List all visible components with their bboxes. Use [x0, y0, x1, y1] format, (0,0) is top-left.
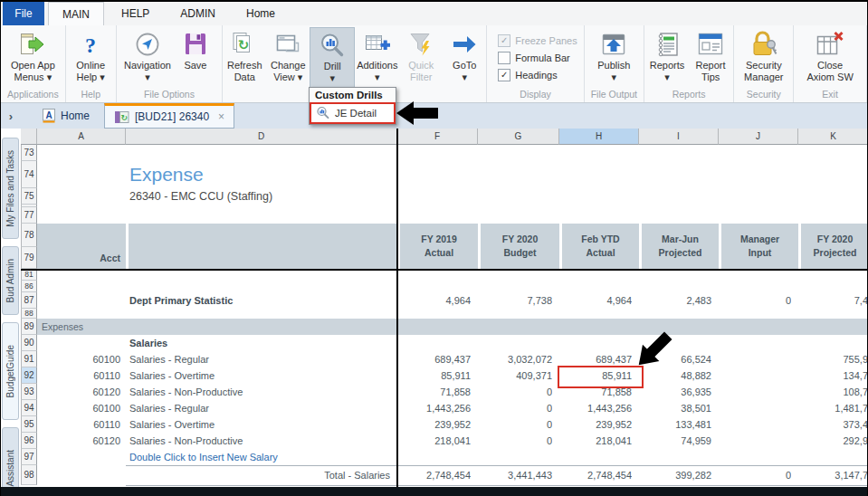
- online-help-button[interactable]: ?OnlineHelp ▾: [69, 27, 112, 89]
- cell-G96[interactable]: 0: [478, 433, 552, 449]
- cell-K94[interactable]: 1,481,7: [798, 400, 868, 416]
- publish-button[interactable]: Publish▾: [592, 27, 635, 89]
- row-number-88[interactable]: 88: [21, 309, 37, 319]
- drill-button[interactable]: Drill▾: [310, 27, 355, 89]
- column-header-G[interactable]: FY 2020Budget: [481, 224, 559, 269]
- cell-G92[interactable]: 409,371: [478, 367, 552, 384]
- column-header-H[interactable]: Feb YTDActual: [562, 224, 639, 269]
- cell-H96[interactable]: 218,041: [559, 433, 632, 449]
- row-number-73[interactable]: 73: [21, 145, 37, 161]
- close-axiom-button[interactable]: CloseAxiom SW: [804, 27, 855, 89]
- cell-F95[interactable]: 239,952: [397, 416, 471, 433]
- cell-D87[interactable]: Dept Primary Statistic: [129, 292, 394, 309]
- column-letter-F[interactable]: F: [397, 129, 478, 145]
- row-number-78[interactable]: 78: [21, 224, 37, 247]
- security-manager-button[interactable]: SecurityManager: [741, 27, 786, 89]
- doc-tab-home[interactable]: AHome: [33, 103, 99, 129]
- insert-new-salary-link[interactable]: Double Click to Insert New Salary: [129, 449, 401, 465]
- cell-K98[interactable]: 3,147,7: [798, 465, 868, 485]
- menu-tab-admin[interactable]: ADMIN: [167, 2, 229, 25]
- open-app-menus-button[interactable]: Open AppMenus ▾: [8, 27, 58, 89]
- cell-I96[interactable]: 74,959: [639, 433, 711, 449]
- menu-tab-main[interactable]: MAIN: [48, 2, 104, 25]
- navigation-button[interactable]: Navigation▾: [121, 27, 174, 89]
- row-number-74[interactable]: 74: [21, 161, 37, 188]
- je-detail-menu-item[interactable]: JE Detail: [310, 102, 396, 124]
- cell-D98[interactable]: Total - Salaries: [126, 465, 390, 485]
- sidebar-expand-chevron[interactable]: ›: [1, 103, 21, 129]
- row-number-87[interactable]: 87: [21, 292, 37, 309]
- cell-D96[interactable]: Salaries - Non-Productive: [129, 433, 394, 449]
- row-number-98[interactable]: 98: [21, 465, 37, 485]
- row-number-86[interactable]: 86: [21, 281, 37, 292]
- cell-K87[interactable]: 7,4: [798, 292, 868, 309]
- headings-checkbox[interactable]: ✓Headings: [498, 69, 584, 81]
- cell-K92[interactable]: 134,7: [798, 367, 868, 384]
- corner-cell[interactable]: [21, 129, 37, 145]
- file-menu-button[interactable]: File: [3, 2, 44, 25]
- cell-D93[interactable]: Salaries - Non-Productive: [129, 384, 394, 400]
- expenses-band[interactable]: Expenses: [37, 319, 868, 335]
- column-letter-K[interactable]: K: [798, 129, 868, 145]
- cell-G95[interactable]: 0: [478, 416, 552, 433]
- row-number-75[interactable]: 75: [21, 188, 37, 205]
- cell-G87[interactable]: 7,738: [478, 292, 552, 309]
- menu-tab-home[interactable]: Home: [233, 2, 289, 25]
- cell-D74[interactable]: Expense: [129, 161, 491, 188]
- row-number-89[interactable]: 89: [21, 319, 37, 335]
- cell-K95[interactable]: 373,4: [798, 416, 868, 433]
- quick-filter-button[interactable]: QuickFilter: [399, 27, 443, 89]
- cell-D75[interactable]: 26340 - EMC CCU (Staffing): [129, 188, 491, 205]
- doc-tab--bud21-26340[interactable]: ↻[BUD21] 26340×: [104, 103, 234, 129]
- cell-H94[interactable]: 1,443,256: [559, 400, 632, 416]
- save-button[interactable]: Save: [174, 27, 217, 89]
- cell-A95[interactable]: 60110: [37, 416, 120, 433]
- column-header-J[interactable]: ManagerInput: [721, 224, 798, 269]
- row-number-97[interactable]: 97: [21, 449, 37, 465]
- sidebar-tab-bud-admin[interactable]: Bud Admin: [2, 246, 19, 315]
- cell-K93[interactable]: 108,7: [798, 384, 868, 400]
- goto-button[interactable]: GoTo▾: [443, 27, 486, 89]
- cell-G94[interactable]: 0: [478, 400, 552, 416]
- column-letter-G[interactable]: G: [478, 129, 559, 145]
- cell-F87[interactable]: 4,964: [397, 292, 471, 309]
- cell-A93[interactable]: 60120: [37, 384, 120, 400]
- cell-A96[interactable]: 60120: [37, 433, 120, 449]
- cell-D94[interactable]: Salaries - Regular: [129, 400, 394, 416]
- report-tips-button[interactable]: ReportTips: [689, 27, 732, 89]
- row-number-92[interactable]: 92: [21, 367, 37, 384]
- column-header-I[interactable]: Mar-JunProjected: [642, 224, 719, 269]
- cell-I95[interactable]: 133,481: [639, 416, 711, 433]
- header-acct-cell[interactable]: Acct: [37, 224, 126, 269]
- cell-H87[interactable]: 4,964: [559, 292, 632, 309]
- cell-J87[interactable]: 0: [719, 292, 791, 309]
- row-number-90[interactable]: 90: [21, 335, 37, 351]
- cell-I87[interactable]: 2,483: [639, 292, 711, 309]
- cell-F98[interactable]: 2,748,454: [397, 465, 471, 485]
- cell-I93[interactable]: 36,935: [639, 384, 711, 400]
- reports-button[interactable]: Reports▾: [645, 27, 689, 89]
- row-number-96[interactable]: 96: [21, 433, 37, 449]
- cell-D90[interactable]: Salaries: [129, 335, 394, 351]
- cell-D95[interactable]: Salaries - Overtime: [129, 416, 394, 433]
- cell-I98[interactable]: 399,282: [639, 465, 711, 485]
- column-letter-H[interactable]: H: [559, 129, 639, 145]
- row-number-79[interactable]: 79: [21, 247, 37, 269]
- cell-F93[interactable]: 71,858: [397, 384, 471, 400]
- column-letter-I[interactable]: I: [639, 129, 719, 145]
- formula-bar-checkbox[interactable]: Formula Bar: [498, 52, 584, 64]
- header-desc-cell[interactable]: [129, 224, 397, 269]
- cell-I94[interactable]: 38,501: [639, 400, 711, 416]
- row-number-77[interactable]: 77: [21, 207, 37, 224]
- row-number-95[interactable]: 95: [21, 416, 37, 433]
- sidebar-tab-assistant[interactable]: Assistant: [2, 427, 19, 496]
- cell-F94[interactable]: 1,443,256: [397, 400, 471, 416]
- cell-F91[interactable]: 689,437: [397, 351, 471, 367]
- cell-J98[interactable]: 0: [719, 465, 791, 485]
- cell-D91[interactable]: Salaries - Regular: [129, 351, 394, 367]
- column-letter-J[interactable]: J: [719, 129, 798, 145]
- cell-D92[interactable]: Salaries - Overtime: [129, 367, 394, 384]
- column-letter-D[interactable]: D: [126, 129, 397, 145]
- close-tab-icon[interactable]: ×: [218, 110, 224, 123]
- row-number-93[interactable]: 93: [21, 384, 37, 400]
